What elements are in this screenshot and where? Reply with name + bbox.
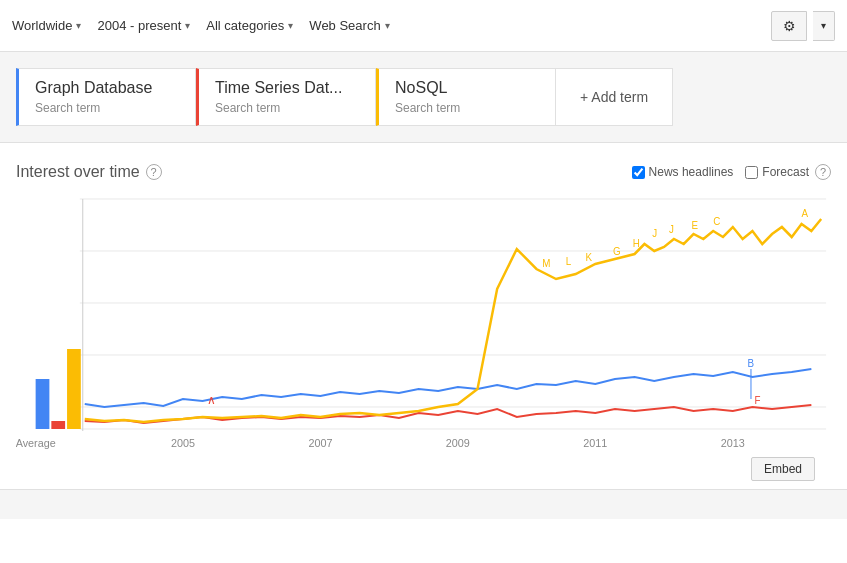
search-term-card-1[interactable]: Graph Database Search term xyxy=(16,68,196,126)
term2-name: Time Series Dat... xyxy=(215,79,359,97)
line-graph-database xyxy=(85,369,812,407)
bottom-bar xyxy=(0,489,847,519)
worldwide-chevron: ▾ xyxy=(76,20,81,31)
avg-bar-yellow xyxy=(67,349,81,429)
marker-B-line xyxy=(750,369,751,399)
marker-B: B xyxy=(748,358,755,369)
search-terms-section: Graph Database Search term Time Series D… xyxy=(0,52,847,143)
categories-chevron: ▾ xyxy=(288,20,293,31)
search-term-card-2[interactable]: Time Series Dat... Search term xyxy=(196,68,376,126)
embed-row: Embed xyxy=(16,449,831,489)
forecast-help-label: ? xyxy=(820,166,826,178)
news-headlines-checkbox-label[interactable]: News headlines xyxy=(632,165,734,179)
news-headlines-label: News headlines xyxy=(649,165,734,179)
date-range-selector[interactable]: 2004 - present ▾ xyxy=(97,18,190,33)
term3-label: Search term xyxy=(395,101,539,115)
worldwide-selector[interactable]: Worldwide ▾ xyxy=(12,18,81,33)
x-label-avg: Average xyxy=(16,437,56,449)
categories-label: All categories xyxy=(206,18,284,33)
embed-button[interactable]: Embed xyxy=(751,457,815,481)
nav-right: ⚙ ▾ xyxy=(771,11,835,41)
marker-C: C xyxy=(713,216,720,227)
chart-area: Average 2005 2007 2009 2011 2013 ∧ G H J… xyxy=(16,189,831,449)
forecast-checkbox[interactable] xyxy=(745,166,758,179)
term2-label: Search term xyxy=(215,101,359,115)
search-term-card-3[interactable]: NoSQL Search term xyxy=(376,68,556,126)
term1-name: Graph Database xyxy=(35,79,179,97)
x-label-2009: 2009 xyxy=(446,437,470,449)
marker-J: J xyxy=(652,228,657,239)
term1-label: Search term xyxy=(35,101,179,115)
marker-M: M xyxy=(542,258,550,269)
marker-J2: J xyxy=(669,224,674,235)
x-label-2013: 2013 xyxy=(721,437,745,449)
marker-H: H xyxy=(633,238,640,249)
line-nosql xyxy=(85,219,821,422)
avg-bar-red xyxy=(51,421,65,429)
chart-options: News headlines Forecast ? xyxy=(632,164,831,180)
top-navigation: Worldwide ▾ 2004 - present ▾ All categor… xyxy=(0,0,847,52)
gear-icon: ⚙ xyxy=(783,18,796,34)
search-type-label: Web Search xyxy=(309,18,380,33)
date-range-label: 2004 - present xyxy=(97,18,181,33)
chart-svg: Average 2005 2007 2009 2011 2013 ∧ G H J… xyxy=(16,189,831,449)
settings-dropdown-button[interactable]: ▾ xyxy=(813,11,835,41)
x-label-2011: 2011 xyxy=(583,437,607,449)
marker-G: G xyxy=(613,246,621,257)
marker-L: L xyxy=(566,256,572,267)
marker-F: F xyxy=(754,395,760,406)
x-label-2007: 2007 xyxy=(308,437,332,449)
marker-K: K xyxy=(586,252,593,263)
marker-A: A xyxy=(802,208,809,219)
forecast-help-icon[interactable]: ? xyxy=(815,164,831,180)
embed-label: Embed xyxy=(764,462,802,476)
news-marker-a: ∧ xyxy=(207,393,216,407)
worldwide-label: Worldwide xyxy=(12,18,72,33)
chart-header: Interest over time ? News headlines Fore… xyxy=(16,163,831,181)
chart-title: Interest over time xyxy=(16,163,140,181)
date-chevron: ▾ xyxy=(185,20,190,31)
search-terms-row: Graph Database Search term Time Series D… xyxy=(16,68,831,126)
forecast-checkbox-label[interactable]: Forecast ? xyxy=(745,164,831,180)
marker-E: E xyxy=(692,220,699,231)
term3-name: NoSQL xyxy=(395,79,539,97)
avg-bar-blue xyxy=(36,379,50,429)
x-label-2005: 2005 xyxy=(171,437,195,449)
search-type-selector[interactable]: Web Search ▾ xyxy=(309,18,389,33)
help-label: ? xyxy=(151,166,157,178)
add-term-label: + Add term xyxy=(580,89,648,105)
categories-selector[interactable]: All categories ▾ xyxy=(206,18,293,33)
settings-chevron-icon: ▾ xyxy=(821,20,826,31)
search-type-chevron: ▾ xyxy=(385,20,390,31)
chart-section: Interest over time ? News headlines Fore… xyxy=(0,143,847,489)
line-time-series xyxy=(85,405,812,423)
forecast-label: Forecast xyxy=(762,165,809,179)
interest-help-icon[interactable]: ? xyxy=(146,164,162,180)
add-term-button[interactable]: + Add term xyxy=(556,68,673,126)
settings-gear-button[interactable]: ⚙ xyxy=(771,11,807,41)
news-headlines-checkbox[interactable] xyxy=(632,166,645,179)
